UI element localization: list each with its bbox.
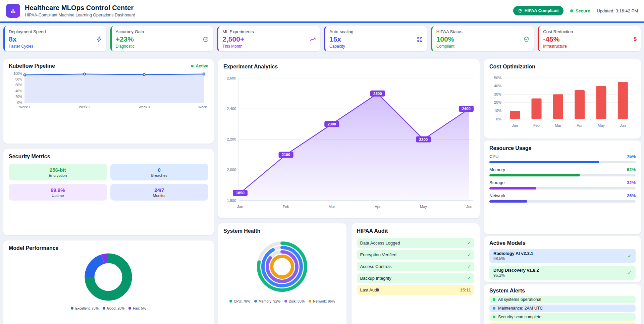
svg-text:2300: 2300 (327, 122, 336, 126)
kpi-sub: This Month (222, 44, 316, 49)
kpi-sub: Infrastructure (543, 44, 637, 49)
progress-track (489, 200, 636, 203)
resource-list: CPU75% Memory62% Storage32% Network26% (489, 154, 636, 203)
hipaa-compliant-badge[interactable]: HIPAA Compliant (513, 6, 564, 15)
kpi-title: Auto-scaling (329, 29, 423, 34)
svg-text:2500: 2500 (373, 92, 382, 96)
audit-row: Access Controls ✓ (357, 262, 475, 271)
progress-fill (489, 200, 527, 203)
svg-text:0%: 0% (17, 101, 22, 105)
svg-text:Week 3: Week 3 (139, 105, 150, 109)
dashboard-grid: Kubeflow Pipeline Active 100%80%60%40%20… (3, 59, 641, 324)
secure-status: Secure (570, 8, 590, 13)
model-accuracy: 98.5% (493, 256, 533, 261)
model-row-radiology: Radiology AI v2.3.1 98.5% ✓ (489, 249, 636, 263)
check-icon: ✓ (467, 264, 471, 269)
check-icon: ✓ (467, 240, 471, 246)
alert-dot (493, 307, 495, 310)
svg-text:50%: 50% (494, 76, 501, 80)
svg-text:0%: 0% (496, 117, 501, 121)
svg-text:2,600: 2,600 (227, 76, 236, 80)
resource-usage-card: Resource Usage CPU75% Memory62% Storage3… (484, 141, 641, 234)
svg-text:30%: 30% (494, 92, 501, 96)
alert-dot (493, 298, 495, 301)
svg-text:1,800: 1,800 (227, 199, 236, 203)
alert-label: Security scan complete (498, 315, 541, 319)
svg-text:Jan: Jan (237, 205, 243, 209)
svg-text:Week 1: Week 1 (19, 105, 31, 109)
kubeflow-pipeline-card: Kubeflow Pipeline Active 100%80%60%40%20… (3, 59, 214, 144)
kpi-card-auto-scaling: Auto-scaling 15x Capacity (324, 26, 427, 51)
svg-text:10%: 10% (494, 109, 501, 113)
resource-row-network: Network26% (489, 193, 636, 203)
resource-label: Storage (489, 180, 505, 185)
svg-text:Jun: Jun (620, 123, 626, 127)
progress-fill (489, 174, 580, 176)
kpi-value: 100% (436, 35, 454, 43)
kpi-card-cost-reduction: Cost Reduction -45% $ Infrastructure (538, 26, 641, 51)
tile-label: Monitor (153, 194, 166, 198)
card-title: System Alerts (489, 288, 636, 294)
kpi-sub: Faster Cycles (9, 44, 102, 49)
system-alerts-card: System Alerts All systems operational Ma… (484, 284, 641, 324)
tile-value: 256-bit (50, 167, 66, 173)
resource-label: CPU (489, 154, 498, 159)
middle-column: Experiment Analytics 2,6002,4002,2002,00… (218, 59, 480, 324)
security-metrics-card: Security Metrics 256-bit Encryption 0 Br… (3, 149, 214, 235)
kpi-card-ml-experiments: ML Experiments 2,500+ This Month (217, 26, 320, 51)
alert-dot (493, 316, 495, 318)
card-title: HIPAA Audit (357, 228, 475, 234)
security-tile-breaches: 0 Breaches (110, 164, 209, 180)
model-row-drug-discovery: Drug Discovery v1.8.2 96.2% ✓ (489, 266, 636, 280)
audit-label: Data Access Logged (360, 240, 400, 246)
kpi-value: -45% (543, 35, 559, 43)
system-health-card: System Health CPU: 78%Memory: 92%Disk: 8… (218, 223, 346, 324)
legend-label: Network: 96% (313, 299, 335, 303)
audit-row-last-audit: Last Audit 15:11 (357, 285, 475, 295)
card-title: Experiment Analytics (223, 64, 474, 70)
kpi-sub: Compliant (436, 44, 530, 49)
alert-row: All systems operational (489, 296, 636, 303)
resource-label: Memory (489, 167, 505, 172)
legend-dot (284, 300, 287, 303)
audit-label: Encryption Verified (360, 252, 396, 257)
legend-dot (128, 307, 131, 310)
check-icon: ✓ (467, 276, 471, 281)
card-title: Model Performance (9, 245, 208, 251)
legend-item: Good: 20% (103, 306, 125, 310)
page-title: Healthcare MLOps Control Center (25, 4, 135, 12)
page-subtitle: HIPAA-Compliant Machine Learning Operati… (25, 13, 135, 17)
resource-value: 75% (627, 154, 636, 159)
check-icon: ✓ (628, 270, 632, 275)
legend-dot (229, 300, 232, 303)
header-titles: Healthcare MLOps Control Center HIPAA-Co… (25, 4, 135, 17)
hipaa-audit-card: HIPAA Audit Data Access Logged ✓ Encrypt… (352, 223, 480, 324)
kpi-title: Cost Reduction (543, 29, 637, 34)
card-title: Resource Usage (489, 145, 636, 151)
audit-label: Backup Integrity (360, 276, 391, 281)
experiment-analytics-area-chart: 2,6002,4002,2002,0001,800185021002300250… (223, 70, 474, 214)
progress-track (489, 174, 636, 176)
model-performance-donut-chart (9, 252, 208, 302)
svg-text:2,200: 2,200 (227, 137, 236, 141)
svg-text:Mar: Mar (329, 205, 335, 209)
kpi-value: 2,500+ (222, 35, 244, 43)
app-header: Healthcare MLOps Control Center HIPAA-Co… (0, 0, 644, 23)
legend-label: Excellent: 75% (75, 306, 98, 310)
kpi-row: Deployment Speed 8x Faster Cycles Accura… (3, 26, 641, 51)
legend-item: CPU: 78% (229, 299, 250, 303)
cost-optimization-bar-chart: 50%40%30%20%10%0%JanFebMarAprMayJun (489, 74, 636, 134)
model-name: Radiology AI v2.3.1 (493, 251, 533, 256)
card-title: Security Metrics (9, 154, 208, 160)
legend-item: Excellent: 75% (71, 306, 98, 310)
experiment-analytics-card: Experiment Analytics 2,6002,4002,2002,00… (218, 59, 480, 218)
system-health-rings-chart (223, 238, 341, 295)
trending-up-icon (310, 36, 316, 43)
resource-row-cpu: CPU75% (489, 154, 636, 163)
resource-value: 62% (627, 167, 636, 172)
alert-list: All systems operational Maintenance: 2AM… (489, 296, 636, 324)
status-label: Active (196, 64, 208, 68)
check-icon: ✓ (467, 252, 471, 257)
tile-value: 99.9% (51, 187, 65, 193)
svg-text:2200: 2200 (419, 138, 428, 142)
